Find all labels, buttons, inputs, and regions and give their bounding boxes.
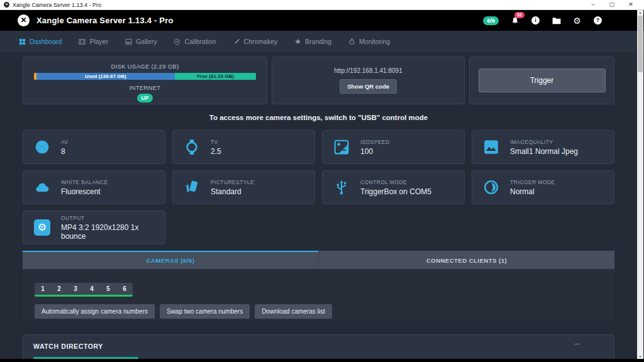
setting-value: 100 — [360, 147, 390, 156]
setting-label: OUTPUT — [61, 215, 155, 221]
nav-item-monitoring[interactable]: Monitoring — [348, 38, 390, 45]
camera-numbers-bar: 1 2 3 4 5 6 — [35, 283, 133, 297]
scroll-up-icon[interactable]: ▲ — [639, 10, 642, 15]
usb-mode-notice: To access more camera settings, switch t… — [23, 114, 614, 121]
close-button[interactable]: ✕ — [621, 0, 640, 9]
trigger-button[interactable]: Trigger — [479, 69, 606, 92]
server-url: http://192.168.1.41:8091 — [334, 67, 402, 74]
setting-value: Standard — [211, 187, 254, 196]
setting-value: 8 — [61, 147, 69, 156]
setting-label: IMAGEQUALITY — [510, 139, 578, 145]
download-cameras-list-button[interactable]: Download cameras list — [255, 304, 332, 319]
brush-icon — [233, 38, 240, 45]
vertical-scrollbar[interactable]: ▲ ▼ — [637, 10, 643, 359]
watch-directory-panel: WATCH DIRECTORY – Enable Watch Directory… — [23, 334, 614, 362]
help-icon[interactable]: ? — [593, 16, 602, 25]
stopwatch-icon — [348, 38, 355, 45]
setting-card-white-balance[interactable]: WHITE BALANCEFluorescent — [23, 170, 165, 204]
scrollbar-thumb[interactable] — [638, 16, 643, 72]
setting-value: Small1 Normal Jpeg — [510, 147, 578, 156]
setting-card-tv[interactable]: TV2.5 — [172, 130, 315, 164]
app-title: Xangle Camera Server 1.13.4 - Pro — [36, 16, 174, 25]
collapse-icon[interactable]: – — [575, 339, 579, 348]
setting-card-av[interactable]: AV8 — [23, 130, 165, 164]
camera-number-3[interactable]: 3 — [67, 283, 84, 297]
bell-icon[interactable]: 52 — [510, 16, 519, 25]
setting-label: WHITE BALANCE — [61, 179, 108, 185]
gear-square-icon: ⚙ — [33, 219, 52, 236]
watch-directory-title: WATCH DIRECTORY — [33, 343, 604, 350]
server-url-panel: http://192.168.1.41:8091 Show QR code — [272, 57, 465, 104]
watch-icon — [182, 139, 201, 155]
half-circle-icon — [482, 179, 501, 195]
gear-icon[interactable]: ⚙ — [572, 16, 582, 25]
setting-card-isospeed[interactable]: ISOSPEED100 — [322, 130, 465, 164]
setting-label: CONTROL MODE — [360, 179, 431, 185]
gallery-icon — [125, 38, 132, 45]
nav-item-calibration[interactable]: Calibration — [174, 38, 216, 45]
cameras-clients-tabbar: CAMERAS (6/6) CONNECTED CLIENTS (1) — [23, 251, 614, 269]
main-nav: Dashboard Player Gallery Calibration Chr… — [0, 31, 644, 52]
dashboard-icon — [19, 38, 26, 45]
setting-label: TV — [211, 139, 221, 145]
star-icon: ★ — [294, 38, 301, 45]
internet-label: INTERNET — [130, 84, 161, 91]
setting-card-picturestyle[interactable]: PICTURESTYLEStandard — [172, 170, 315, 204]
setting-value: Fluorescent — [61, 187, 108, 196]
notification-badge: 52 — [514, 12, 525, 18]
nav-item-gallery[interactable]: Gallery — [125, 38, 157, 45]
setting-label: ISOSPEED — [360, 139, 390, 145]
setting-label: TRIGGER MODE — [510, 179, 555, 185]
window-app-icon: ✕ — [4, 2, 9, 8]
camera-number-4[interactable]: 4 — [84, 283, 100, 297]
setting-label: AV — [61, 139, 69, 145]
setting-value: TriggerBox on COM5 — [360, 187, 431, 196]
disk-usage-title: DISK USAGE (2.29 GB) — [111, 63, 179, 70]
info-icon[interactable]: i — [531, 16, 540, 25]
film-icon — [79, 38, 86, 45]
tab-cameras[interactable]: CAMERAS (6/6) — [23, 251, 318, 269]
disk-bar-used: Used (139.67 GB) — [36, 73, 174, 80]
camera-number-6[interactable]: 6 — [116, 283, 133, 297]
window-title: Xangle Camera Server 1.13.4 - Pro — [13, 2, 101, 8]
nav-item-chromakey[interactable]: Chromakey — [233, 38, 278, 45]
camera-number-1[interactable]: 1 — [35, 283, 51, 297]
setting-card-control-mode[interactable]: CONTROL MODETriggerBox on COM5 — [322, 170, 465, 204]
usb-icon — [332, 179, 351, 195]
setting-value: MP4 3:2 1920x1280 1x bounce — [61, 223, 155, 241]
internet-status-badge: UP — [137, 94, 153, 102]
dial-icon — [174, 38, 180, 45]
disk-usage-bar: Used (139.67 GB) Free (81.19 GB) — [34, 73, 257, 80]
trigger-panel: Trigger — [469, 57, 614, 104]
nav-item-player[interactable]: Player — [79, 38, 108, 45]
tab-connected-clients[interactable]: CONNECTED CLIENTS (1) — [318, 251, 614, 269]
camera-number-2[interactable]: 2 — [51, 283, 67, 297]
camera-number-5[interactable]: 5 — [100, 283, 116, 297]
setting-label: PICTURESTYLE — [211, 179, 254, 185]
setting-card-trigger-mode[interactable]: TRIGGER MODENormal — [472, 170, 614, 204]
app-logo-icon: ✕ — [18, 14, 30, 26]
scroll-down-icon[interactable]: ▼ — [639, 354, 642, 359]
aperture-icon — [33, 139, 52, 155]
folder-icon[interactable] — [552, 16, 561, 25]
disk-bar-free: Free (81.19 GB) — [175, 73, 257, 80]
disk-usage-panel: DISK USAGE (2.29 GB) Used (139.67 GB) Fr… — [23, 57, 267, 104]
cloud-icon — [33, 179, 52, 195]
camera-settings-grid: AV8 TV2.5 ISOSPEED100 IMAGEQUALITYSmall1… — [23, 130, 614, 244]
minimize-button[interactable]: – — [584, 0, 602, 9]
nav-item-branding[interactable]: ★ Branding — [294, 38, 331, 45]
maximize-button[interactable]: ▢ — [602, 0, 621, 9]
setting-card-imagequality[interactable]: IMAGEQUALITYSmall1 Normal Jpeg — [472, 130, 614, 164]
picture-style-icon — [182, 179, 201, 195]
exposure-icon — [332, 139, 351, 155]
app-header: ✕ Xangle Camera Server 1.13.4 - Pro 6/6 … — [0, 10, 644, 31]
cameras-count-badge[interactable]: 6/6 — [483, 16, 499, 25]
show-qr-code-button[interactable]: Show QR code — [340, 79, 397, 94]
cameras-panel: 1 2 3 4 5 6 Automatically assign camera … — [23, 269, 614, 321]
nav-item-dashboard[interactable]: Dashboard — [19, 38, 62, 45]
setting-value: Normal — [510, 187, 555, 196]
auto-assign-button[interactable]: Automatically assign camera numbers — [35, 304, 155, 319]
swap-cameras-button[interactable]: Swap two camera numbers — [160, 304, 250, 319]
window-titlebar: ✕ Xangle Camera Server 1.13.4 - Pro – ▢ … — [0, 0, 644, 10]
setting-card-output[interactable]: ⚙ OUTPUTMP4 3:2 1920x1280 1x bounce — [23, 211, 165, 244]
